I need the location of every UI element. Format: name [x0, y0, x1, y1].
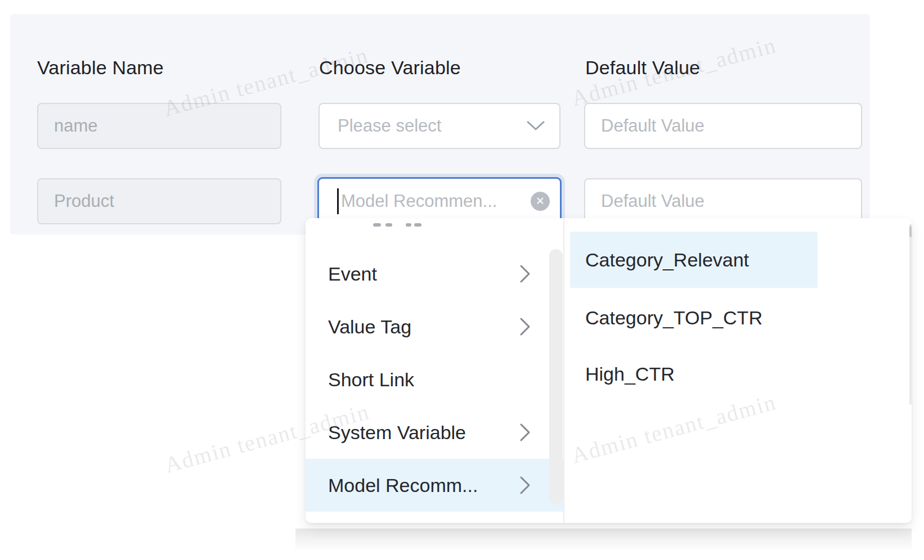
cascader-submenu-column: Category_Relevant Category_TOP_CTR High_…: [566, 218, 912, 523]
page: Variable Name Choose Variable Default Va…: [0, 0, 924, 560]
menu-item-label: System Variable: [328, 422, 466, 444]
clipped-text-fragment: [385, 223, 392, 227]
clipped-text-fragment: [414, 223, 421, 227]
menu-item-value-tag[interactable]: Value Tag: [306, 300, 564, 353]
menu-item-system-variable[interactable]: System Variable: [306, 406, 564, 459]
variable-form-panel: Variable Name Choose Variable Default Va…: [10, 14, 870, 234]
clipped-menu-item[interactable]: [306, 218, 564, 235]
menu-scrollbar-thumb[interactable]: [549, 249, 563, 504]
variable-name-input-row1[interactable]: [37, 103, 281, 149]
cascader-dropdown: Event Value Tag Short Link: [306, 218, 912, 523]
submenu-item-label: High_CTR: [585, 363, 675, 385]
menu-item-label: Event: [328, 263, 377, 285]
text-cursor: [337, 188, 339, 214]
select-search-placeholder: Model Recommen...: [341, 191, 531, 211]
column-header-choose-variable: Choose Variable: [319, 57, 461, 79]
select-placeholder: Please select: [338, 116, 441, 136]
variable-name-input-row2[interactable]: [37, 178, 281, 224]
chevron-down-icon: [527, 121, 545, 131]
chevron-right-icon: [519, 476, 531, 495]
column-header-variable-name: Variable Name: [37, 57, 164, 79]
chevron-right-icon: [519, 264, 531, 283]
column-header-default-value: Default Value: [585, 57, 700, 79]
menu-item-short-link[interactable]: Short Link: [306, 353, 564, 406]
submenu-scrollbar-track: [909, 224, 912, 405]
clipped-text-fragment: [406, 223, 411, 227]
clipped-text-fragment: [373, 223, 381, 227]
choose-variable-select-row1[interactable]: Please select: [319, 103, 560, 149]
submenu-item-category-top-ctr[interactable]: Category_TOP_CTR: [570, 290, 818, 346]
menu-item-event[interactable]: Event: [306, 247, 564, 300]
cascader-menu-column: Event Value Tag Short Link: [306, 218, 564, 523]
submenu-item-label: Category_Relevant: [585, 249, 749, 271]
submenu-item-category-relevant[interactable]: Category_Relevant: [570, 232, 818, 288]
chevron-right-icon: [519, 317, 531, 336]
menu-item-label: Short Link: [328, 369, 414, 391]
menu-item-label: Value Tag: [328, 316, 411, 338]
submenu-item-high-ctr[interactable]: High_CTR: [570, 346, 818, 402]
default-value-input-row2[interactable]: [584, 178, 862, 224]
bottom-shadow-edge: [295, 529, 912, 551]
default-value-input-row1[interactable]: [584, 103, 862, 149]
submenu-scrollbar-thumb[interactable]: [909, 226, 912, 237]
clear-icon[interactable]: ✕: [531, 192, 550, 211]
menu-item-model-recommend[interactable]: Model Recomm...: [306, 459, 564, 512]
chevron-right-icon: [519, 423, 531, 442]
menu-item-label: Model Recomm...: [328, 475, 478, 496]
submenu-item-label: Category_TOP_CTR: [585, 307, 762, 329]
